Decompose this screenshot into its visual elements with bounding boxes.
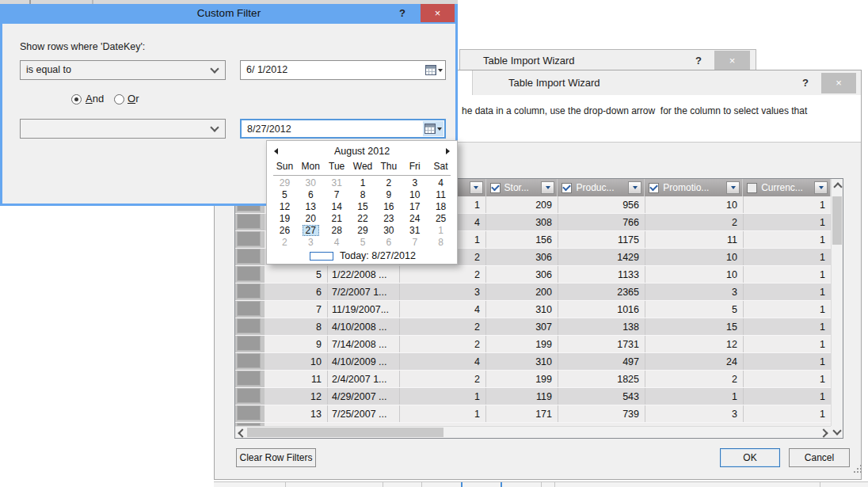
calendar-day[interactable]: 1 xyxy=(350,177,376,189)
calendar-day[interactable]: 3 xyxy=(402,177,428,189)
calendar-day[interactable]: 25 xyxy=(428,213,454,225)
calendar-day[interactable]: 31 xyxy=(324,177,350,189)
calendar-day[interactable]: 14 xyxy=(324,201,350,213)
row-selector-box[interactable] xyxy=(237,371,261,386)
calendar-day[interactable]: 2 xyxy=(375,177,402,189)
row-selector[interactable] xyxy=(235,371,265,387)
clear-row-filters-button[interactable]: Clear Row Filters xyxy=(236,448,316,467)
calendar-day[interactable]: 11 xyxy=(428,189,454,201)
row-selector[interactable] xyxy=(235,405,265,422)
date1-field[interactable]: 6/ 1/2012 xyxy=(240,60,446,80)
and-radio[interactable] xyxy=(71,94,82,105)
close-icon[interactable]: × xyxy=(421,4,455,22)
operator1-combobox[interactable]: is equal to xyxy=(20,60,226,80)
row-selector[interactable] xyxy=(235,283,265,300)
calendar-day[interactable]: 2 xyxy=(272,237,298,249)
resize-grip[interactable] xyxy=(854,471,855,473)
row-selector-box[interactable] xyxy=(237,301,261,316)
calendar-month-title[interactable]: August 2012 xyxy=(267,146,457,157)
and-label[interactable]: And xyxy=(86,93,104,105)
help-icon[interactable]: ? xyxy=(396,7,409,19)
calendar-day[interactable]: 8 xyxy=(350,189,376,201)
calendar-day[interactable]: 10 xyxy=(402,189,428,201)
row-selector-box[interactable] xyxy=(237,231,261,246)
or-radio[interactable] xyxy=(114,94,124,105)
row-selector[interactable] xyxy=(235,388,265,405)
calendar-day[interactable]: 27 xyxy=(298,225,324,237)
date1-picker-button[interactable] xyxy=(424,62,444,78)
vertical-scrollbar-thumb[interactable] xyxy=(832,196,842,245)
calendar-day[interactable]: 5 xyxy=(272,189,298,201)
row-selector-box[interactable] xyxy=(237,249,261,264)
calendar-day[interactable]: 1 xyxy=(428,225,454,237)
row-selector[interactable] xyxy=(235,301,265,318)
column-filter-dropdown[interactable] xyxy=(814,181,828,194)
calendar-day[interactable]: 15 xyxy=(350,201,376,213)
or-label[interactable]: Or xyxy=(128,93,139,105)
row-selector[interactable] xyxy=(235,318,265,335)
next-month-icon[interactable] xyxy=(446,148,450,154)
calendar-day[interactable]: 13 xyxy=(298,201,324,213)
calendar-day[interactable]: 5 xyxy=(350,237,376,249)
calendar-day[interactable]: 18 xyxy=(428,201,454,213)
title-bar[interactable]: Custom Filter ? × xyxy=(0,4,458,24)
column-filter-dropdown[interactable] xyxy=(628,181,641,194)
help-icon[interactable]: ? xyxy=(799,77,812,89)
row-selector-box[interactable] xyxy=(237,388,261,403)
calendar-day[interactable]: 26 xyxy=(272,225,298,237)
calendar-day[interactable]: 24 xyxy=(402,213,428,225)
column-filter-dropdown[interactable] xyxy=(470,181,483,194)
scroll-right-arrow[interactable] xyxy=(819,427,831,439)
calendar-day[interactable]: 4 xyxy=(324,237,350,249)
calendar-day[interactable]: 3 xyxy=(298,237,324,249)
calendar-day[interactable]: 23 xyxy=(375,213,402,225)
row-selector-box[interactable] xyxy=(237,214,261,229)
close-icon[interactable]: × xyxy=(821,73,856,93)
help-icon[interactable]: ? xyxy=(692,55,705,67)
calendar-day[interactable]: 31 xyxy=(402,225,428,237)
calendar-day[interactable]: 29 xyxy=(272,177,298,189)
column-filter-dropdown[interactable] xyxy=(541,181,554,194)
row-selector-box[interactable] xyxy=(237,353,261,368)
row-selector[interactable] xyxy=(235,214,265,230)
date2-picker-button[interactable] xyxy=(423,121,444,136)
scroll-up-arrow[interactable] xyxy=(832,179,843,192)
column-checkbox[interactable] xyxy=(562,183,572,193)
calendar-day[interactable]: 30 xyxy=(375,225,402,237)
row-selector-box[interactable] xyxy=(237,336,261,351)
calendar-day[interactable]: 17 xyxy=(402,201,428,213)
ok-button[interactable]: OK xyxy=(720,448,780,467)
calendar-day[interactable]: 8 xyxy=(428,237,454,249)
column-checkbox[interactable] xyxy=(649,183,659,193)
calendar-day[interactable]: 4 xyxy=(428,177,454,189)
calendar-day[interactable]: 21 xyxy=(324,213,350,225)
cancel-button[interactable]: Cancel xyxy=(789,448,850,467)
vertical-scrollbar[interactable] xyxy=(831,179,843,426)
row-selector[interactable] xyxy=(235,336,265,352)
row-selector[interactable] xyxy=(235,353,265,370)
calendar-day[interactable]: 7 xyxy=(324,189,350,201)
calendar-day[interactable]: 6 xyxy=(375,237,402,249)
date2-field[interactable]: 8/27/2012 xyxy=(240,119,446,139)
row-selector[interactable] xyxy=(235,231,265,248)
calendar-day[interactable]: 12 xyxy=(272,201,298,213)
column-checkbox[interactable] xyxy=(747,183,757,193)
column-filter-dropdown[interactable] xyxy=(726,181,740,194)
scroll-down-arrow[interactable] xyxy=(831,426,843,438)
calendar-day[interactable]: 6 xyxy=(298,189,324,201)
calendar-day[interactable]: 29 xyxy=(350,225,376,237)
horizontal-scrollbar[interactable] xyxy=(235,426,831,438)
row-selector-box[interactable] xyxy=(237,405,261,420)
today-label[interactable]: Today: 8/27/2012 xyxy=(340,250,416,261)
scroll-left-arrow[interactable] xyxy=(235,427,247,439)
row-selector-box[interactable] xyxy=(237,318,261,333)
horizontal-scrollbar-thumb[interactable] xyxy=(247,428,444,437)
calendar-day[interactable]: 28 xyxy=(324,225,350,237)
row-selector-box[interactable] xyxy=(237,266,261,281)
row-selector-box[interactable] xyxy=(237,283,261,299)
row-selector[interactable] xyxy=(235,266,265,283)
calendar-day[interactable]: 20 xyxy=(298,213,324,225)
operator2-combobox[interactable] xyxy=(20,119,226,139)
row-selector[interactable] xyxy=(235,249,265,265)
calendar-day[interactable]: 16 xyxy=(375,201,402,213)
